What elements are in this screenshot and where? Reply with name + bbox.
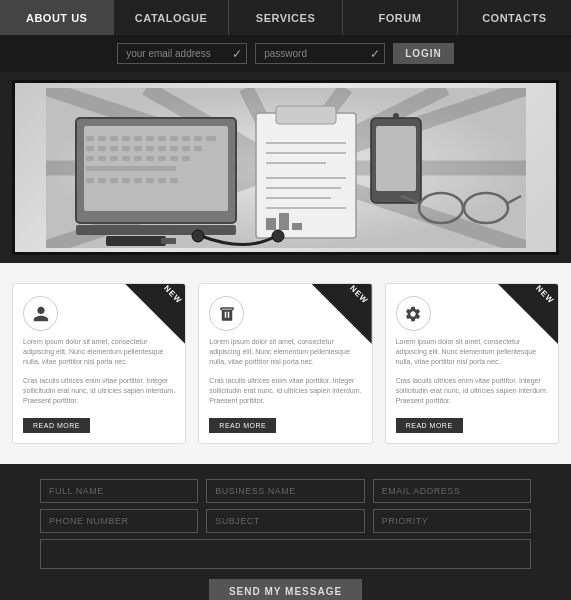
svg-rect-36 xyxy=(98,156,106,161)
svg-point-75 xyxy=(192,230,204,242)
svg-rect-38 xyxy=(122,156,130,161)
svg-rect-22 xyxy=(182,136,190,141)
nav-item-about-us[interactable]: ABOUT US xyxy=(0,0,114,35)
hero-background xyxy=(15,83,556,252)
svg-rect-52 xyxy=(170,178,178,183)
login-button[interactable]: LOGIN xyxy=(393,43,454,64)
hero-illustration xyxy=(46,88,526,248)
svg-rect-16 xyxy=(110,136,118,141)
password-check-icon: ✓ xyxy=(370,47,380,61)
svg-rect-20 xyxy=(158,136,166,141)
email-address-input[interactable] xyxy=(373,479,531,503)
user-icon xyxy=(32,305,50,323)
svg-rect-68 xyxy=(106,236,166,246)
gear-icon xyxy=(404,305,422,323)
svg-rect-14 xyxy=(86,136,94,141)
svg-rect-43 xyxy=(182,156,190,161)
svg-rect-25 xyxy=(86,146,94,151)
nav-item-catalogue[interactable]: CATALOGUE xyxy=(114,0,228,35)
svg-rect-27 xyxy=(110,146,118,151)
svg-rect-45 xyxy=(86,178,94,183)
cards-section: NEW Lorem ipsum dolor sit amet, consecte… xyxy=(0,263,571,464)
svg-rect-19 xyxy=(146,136,154,141)
svg-rect-30 xyxy=(146,146,154,151)
svg-rect-46 xyxy=(98,178,106,183)
card-1-text: Lorem ipsum dolor sit amet, consectetur … xyxy=(23,337,175,406)
svg-rect-21 xyxy=(170,136,178,141)
card-2-read-more-button[interactable]: READ MORE xyxy=(209,418,276,433)
svg-rect-51 xyxy=(158,178,166,183)
form-row-1 xyxy=(40,479,531,503)
svg-rect-69 xyxy=(161,238,176,244)
svg-point-76 xyxy=(272,230,284,242)
box-icon xyxy=(218,305,236,323)
card-1-read-more-button[interactable]: READ MORE xyxy=(23,418,90,433)
svg-rect-18 xyxy=(134,136,142,141)
password-input[interactable] xyxy=(255,43,385,64)
card-3-icon xyxy=(396,296,431,331)
svg-rect-37 xyxy=(110,156,118,161)
nav-item-services[interactable]: SERVICES xyxy=(229,0,343,35)
subject-input[interactable] xyxy=(206,509,364,533)
full-name-input[interactable] xyxy=(40,479,198,503)
login-bar: ✓ ✓ LOGIN xyxy=(0,35,571,72)
svg-rect-48 xyxy=(122,178,130,183)
message-textarea[interactable] xyxy=(40,539,531,569)
card-3: NEW Lorem ipsum dolor sit amet, consecte… xyxy=(385,283,559,444)
card-3-text: Lorem ipsum dolor sit amet, consectetur … xyxy=(396,337,548,406)
card-3-read-more-button[interactable]: READ MORE xyxy=(396,418,463,433)
svg-rect-17 xyxy=(122,136,130,141)
svg-rect-34 xyxy=(194,146,202,151)
business-name-input[interactable] xyxy=(206,479,364,503)
card-1: NEW Lorem ipsum dolor sit amet, consecte… xyxy=(12,283,186,444)
svg-rect-41 xyxy=(158,156,166,161)
email-field-wrap: ✓ xyxy=(117,43,247,64)
navigation: ABOUT US CATALOGUE SERVICES FORUM CONTAC… xyxy=(0,0,571,35)
svg-rect-42 xyxy=(170,156,178,161)
svg-rect-35 xyxy=(86,156,94,161)
card-1-icon xyxy=(23,296,58,331)
svg-rect-24 xyxy=(206,136,216,141)
contact-form-section: SEND MY MESSAGE xyxy=(0,464,571,600)
phone-number-input[interactable] xyxy=(40,509,198,533)
svg-rect-33 xyxy=(182,146,190,151)
svg-rect-47 xyxy=(110,178,118,183)
nav-item-forum[interactable]: FORUM xyxy=(343,0,457,35)
svg-rect-32 xyxy=(170,146,178,151)
svg-rect-39 xyxy=(134,156,142,161)
priority-input[interactable] xyxy=(373,509,531,533)
send-message-button[interactable]: SEND MY MESSAGE xyxy=(209,579,362,600)
password-field-wrap: ✓ xyxy=(255,43,385,64)
svg-rect-28 xyxy=(122,146,130,151)
svg-rect-66 xyxy=(376,126,416,191)
svg-rect-64 xyxy=(292,223,302,230)
card-2-text: Lorem ipsum dolor sit amet, consectetur … xyxy=(209,337,361,406)
svg-rect-13 xyxy=(76,225,236,235)
svg-rect-49 xyxy=(134,178,142,183)
hero-image xyxy=(12,80,559,255)
svg-rect-26 xyxy=(98,146,106,151)
svg-rect-15 xyxy=(98,136,106,141)
form-row-2 xyxy=(40,509,531,533)
svg-rect-29 xyxy=(134,146,142,151)
card-2: NEW Lorem ipsum dolor sit amet, consecte… xyxy=(198,283,372,444)
svg-rect-62 xyxy=(266,218,276,230)
nav-item-contacts[interactable]: CONTACTS xyxy=(458,0,571,35)
svg-rect-31 xyxy=(158,146,166,151)
email-input[interactable] xyxy=(117,43,247,64)
svg-rect-40 xyxy=(146,156,154,161)
svg-rect-44 xyxy=(86,166,176,171)
svg-rect-50 xyxy=(146,178,154,183)
hero-section xyxy=(0,72,571,263)
svg-rect-54 xyxy=(276,106,336,124)
svg-point-67 xyxy=(393,113,399,119)
email-check-icon: ✓ xyxy=(232,47,242,61)
svg-rect-23 xyxy=(194,136,202,141)
card-2-icon xyxy=(209,296,244,331)
svg-rect-63 xyxy=(279,213,289,230)
